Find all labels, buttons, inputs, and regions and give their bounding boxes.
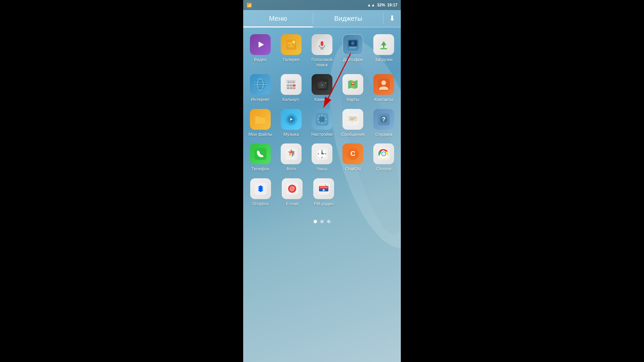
tab-widgets[interactable]: Виджеты <box>313 10 383 27</box>
gallery-label: Галерея <box>283 57 300 62</box>
app-calc[interactable]: + − × Калькул. <box>276 74 307 102</box>
maps-label: Карты <box>346 97 359 102</box>
svg-rect-66 <box>254 148 266 160</box>
download-button[interactable]: ⬇ <box>383 10 401 27</box>
contacts-label: Контакты <box>374 97 393 102</box>
app-row-5: Dropbox @ E-mail <box>245 175 399 210</box>
svg-point-43 <box>381 80 386 85</box>
fmradio-icon <box>313 178 334 199</box>
internet-icon <box>250 74 271 95</box>
battery-level: 32% <box>377 3 385 7</box>
svg-rect-28 <box>293 84 296 86</box>
contacts-icon <box>373 74 394 95</box>
status-info: ▲▲ 32% 19:17 <box>367 3 398 7</box>
messages-label: Сообщения <box>341 132 365 137</box>
page-dots <box>243 215 401 228</box>
svg-point-84 <box>382 152 385 156</box>
dictaphone-icon <box>342 34 363 55</box>
svg-rect-96 <box>320 187 328 188</box>
page-dot-3[interactable] <box>327 220 330 223</box>
page-dot-1[interactable] <box>314 220 317 223</box>
myfiles-icon <box>250 109 271 130</box>
app-phone[interactable]: Телефон <box>245 143 276 172</box>
settings-icon <box>312 109 332 130</box>
calc-icon: + − × <box>281 74 302 95</box>
help-label: Справка <box>375 132 392 137</box>
calc-label: Калькул. <box>282 97 300 102</box>
app-internet[interactable]: Интернет <box>245 74 276 102</box>
clock-label: Часы <box>317 166 327 172</box>
phone-label: Телефон <box>251 166 269 172</box>
email-icon: @ <box>282 178 303 199</box>
svg-rect-17 <box>380 48 387 49</box>
svg-rect-54 <box>325 119 327 120</box>
app-photos[interactable]: Фото <box>276 143 307 172</box>
email-label: E-mail <box>286 201 299 206</box>
app-help[interactable]: ? Справка <box>368 109 399 137</box>
app-myfiles[interactable]: Мои файлы <box>245 109 276 137</box>
svg-rect-30 <box>290 87 292 89</box>
messages-icon <box>342 109 363 130</box>
music-label: Музыка <box>283 132 299 137</box>
app-downloads[interactable]: Загрузки <box>368 34 399 67</box>
app-maps[interactable]: Карты <box>337 74 368 102</box>
svg-text:+ − ×: + − × <box>288 81 294 84</box>
svg-rect-51 <box>321 115 323 116</box>
svg-marker-2 <box>259 42 264 48</box>
svg-rect-26 <box>287 84 289 86</box>
phone-screen: 📶 ▲▲ 32% 19:17 Меню Виджеты ⬇ Видео <box>243 0 401 362</box>
app-clock[interactable]: Часы <box>307 143 337 172</box>
app-row-3: Мои файлы Музыка <box>245 106 399 140</box>
help-icon: ? <box>373 109 394 130</box>
app-fmradio[interactable]: FM-радио <box>308 178 339 206</box>
svg-text:@: @ <box>289 186 295 191</box>
phone-icon <box>250 143 271 164</box>
chrome-label: Chrome <box>376 166 391 172</box>
page-dot-2[interactable] <box>320 220 324 223</box>
svg-point-59 <box>320 118 324 121</box>
status-bar: 📶 ▲▲ 32% 19:17 <box>243 0 401 10</box>
app-grid: Видео Галерея <box>243 27 401 213</box>
app-voice[interactable]: Голосовойпоиск <box>307 34 337 67</box>
tab-bar: Меню Виджеты ⬇ <box>243 10 401 27</box>
downloads-icon <box>373 34 394 55</box>
music-icon <box>281 109 302 130</box>
tab-menu[interactable]: Меню <box>243 10 313 27</box>
photos-label: Фото <box>286 166 296 172</box>
downloads-label: Загрузки <box>375 57 392 62</box>
app-dictaphone[interactable]: Диктофон <box>337 34 368 67</box>
app-contacts[interactable]: Контакты <box>368 74 399 102</box>
signal-icon: ▲▲ <box>367 3 375 7</box>
app-camera[interactable]: Камера <box>307 74 337 102</box>
voice-label: Голосовойпоиск <box>311 57 332 67</box>
fmradio-label: FM-радио <box>314 201 334 206</box>
myfiles-label: Мои файлы <box>248 132 272 137</box>
app-gallery[interactable]: Галерея <box>276 34 307 67</box>
svg-rect-52 <box>321 122 323 124</box>
svg-text:C: C <box>351 150 355 157</box>
app-video[interactable]: Видео <box>245 34 276 67</box>
svg-rect-37 <box>320 81 323 82</box>
svg-rect-53 <box>317 119 319 120</box>
maps-icon <box>342 74 363 95</box>
app-settings[interactable]: Настройки <box>307 109 337 137</box>
svg-rect-14 <box>350 47 356 48</box>
video-icon <box>250 34 271 55</box>
svg-rect-27 <box>290 84 292 86</box>
app-chrome[interactable]: Chrome <box>368 143 399 172</box>
svg-text:?: ? <box>382 116 386 123</box>
app-messages[interactable]: Сообщения <box>337 109 368 137</box>
svg-rect-29 <box>287 87 289 89</box>
app-row-4: Телефон Фото <box>245 140 399 175</box>
app-dropbox[interactable]: Dropbox <box>245 178 276 206</box>
chaton-icon: C <box>342 143 363 164</box>
dropbox-icon <box>250 178 271 199</box>
wifi-icon: 📶 <box>247 3 252 8</box>
gallery-icon <box>281 34 302 55</box>
app-music[interactable]: Музыка <box>276 109 307 137</box>
svg-point-4 <box>292 41 295 43</box>
svg-point-97 <box>323 189 325 191</box>
app-email[interactable]: @ E-mail <box>276 178 308 206</box>
app-chaton[interactable]: C ChatON <box>337 143 368 172</box>
svg-rect-6 <box>321 41 323 46</box>
